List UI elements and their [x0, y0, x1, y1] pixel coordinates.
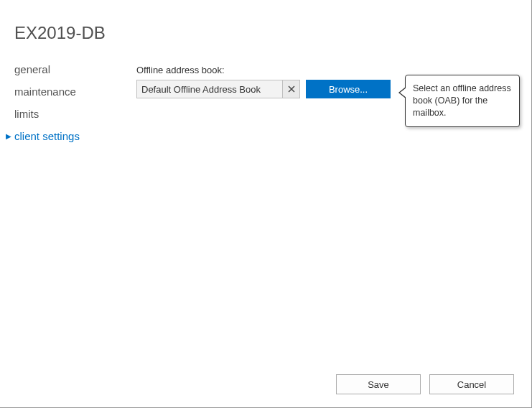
sidebar-item-label: limits [14, 108, 39, 120]
caret-right-icon: ▶ [6, 132, 13, 140]
sidebar-item-label: maintenance [14, 85, 76, 98]
sidebar: general maintenance limits ▶ client sett… [14, 60, 136, 149]
oab-input[interactable] [137, 80, 282, 98]
cancel-button[interactable]: Cancel [429, 374, 514, 394]
sidebar-item-client-settings[interactable]: ▶ client settings [14, 127, 136, 149]
page-title: EX2019-DB [14, 23, 517, 43]
browse-button[interactable]: Browse... [306, 80, 391, 98]
close-icon [288, 85, 295, 93]
oab-input-wrap [136, 80, 300, 98]
sidebar-item-general[interactable]: general [14, 60, 136, 83]
oab-field-label: Offline address book: [136, 65, 517, 75]
sidebar-item-maintenance[interactable]: maintenance [14, 83, 136, 105]
tooltip-text: Select an offline address book (OAB) for… [413, 83, 511, 118]
tooltip: Select an offline address book (OAB) for… [405, 75, 520, 127]
save-button[interactable]: Save [336, 374, 421, 394]
sidebar-item-limits[interactable]: limits [14, 105, 136, 127]
sidebar-item-label: client settings [14, 130, 80, 142]
footer: Save Cancel [336, 374, 514, 394]
sidebar-item-label: general [14, 63, 50, 75]
clear-button[interactable] [282, 80, 299, 98]
